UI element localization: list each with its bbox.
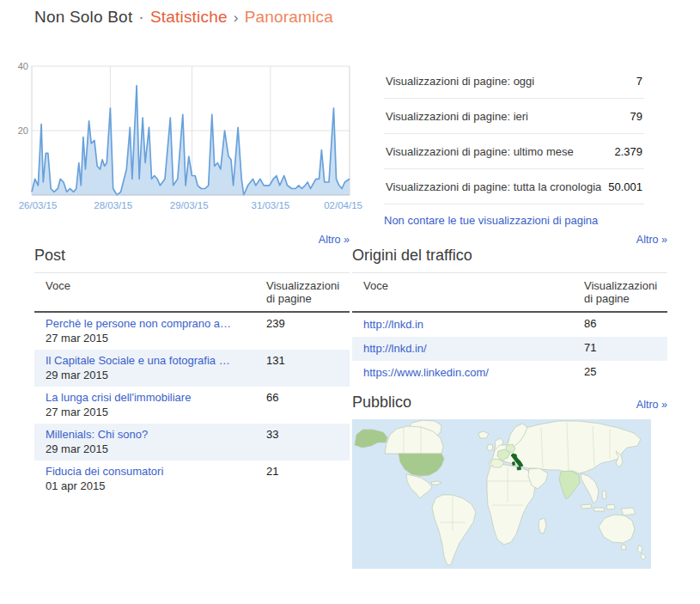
map-sulawesi	[606, 504, 615, 509]
stat-value: 50.001	[608, 180, 642, 193]
posts-col-item: Voce	[46, 279, 266, 305]
traffic-url-link[interactable]: http://lnkd.in/	[363, 342, 584, 355]
x-axis-tick-label: 02/04/15	[324, 200, 362, 210]
map-sardinia	[513, 462, 515, 466]
stat-label: Visualizzazioni di pagine: oggi	[386, 75, 534, 88]
post-title-link[interactable]: Millenials: Chi sono?	[46, 428, 266, 441]
post-views: 239	[266, 317, 344, 345]
posts-section: Altro » Post Voce Visualizzazioni di pag…	[34, 231, 350, 497]
post-date: 01 apr 2015	[46, 479, 266, 492]
post-row: Il Capitale Sociale e una fotografia …29…	[34, 350, 350, 387]
stat-label: Visualizzazioni di pagine: ieri	[386, 110, 528, 123]
breadcrumb-separator: ·	[132, 8, 150, 26]
post-title-link[interactable]: Fiducia dei consumatori	[46, 465, 266, 478]
traffic-views: 71	[584, 341, 661, 356]
x-axis-tick-label: 31/03/15	[251, 200, 289, 210]
map-java-borneo	[593, 508, 605, 511]
map-new-guinea	[621, 508, 636, 516]
post-row: Millenials: Chi sono?29 mar 201533	[34, 424, 350, 461]
posts-more-link[interactable]: Altro »	[319, 234, 350, 246]
y-axis-tick-label: 40	[18, 61, 28, 71]
breadcrumb: Non Solo Bot·Statistiche›Panoramica	[34, 8, 333, 27]
world-map-svg	[352, 419, 651, 569]
post-views: 33	[266, 428, 344, 455]
traffic-views: 25	[584, 365, 661, 380]
post-views: 131	[266, 354, 344, 381]
pageviews-stats-panel: Visualizzazioni di pagine: oggi7Visualiz…	[384, 64, 644, 228]
pageviews-chart-svg: 402026/03/1528/03/1529/03/1531/03/1502/0…	[17, 53, 356, 217]
stat-value: 79	[630, 110, 642, 123]
traffic-section-title: Origini del traffico	[352, 247, 667, 265]
breadcrumb-statistiche-link[interactable]: Statistiche	[150, 8, 228, 26]
traffic-views: 86	[584, 317, 661, 332]
traffic-row: http://lnkd.in86	[352, 313, 667, 337]
stat-row: Visualizzazioni di pagine: tutta la cron…	[384, 169, 644, 204]
stat-label: Visualizzazioni di pagine: tutta la cron…	[386, 180, 601, 193]
post-date: 27 mar 2015	[46, 332, 266, 345]
traffic-url-link[interactable]: https://www.linkedin.com/	[363, 366, 584, 379]
stat-row: Visualizzazioni di pagine: ultimo mese2.…	[384, 134, 644, 169]
world-map-choropleth	[352, 419, 651, 569]
breadcrumb-current-page: Panoramica	[245, 8, 333, 26]
x-axis-tick-label: 29/03/15	[170, 200, 209, 210]
post-row: Fiducia dei consumatori01 apr 201521	[34, 461, 350, 497]
stat-value: 7	[636, 75, 642, 88]
post-title-link[interactable]: Perchè le persone non comprano a…	[46, 317, 266, 330]
traffic-sources-section: Altro » Origini del traffico Voce Visual…	[352, 231, 667, 412]
post-date: 29 mar 2015	[46, 442, 266, 455]
posts-table-header: Voce Visualizzazioni di pagine	[34, 272, 350, 313]
stat-label: Visualizzazioni di pagine: ultimo mese	[386, 145, 574, 158]
post-row: La lunga crisi dell'immobiliare27 mar 20…	[34, 387, 350, 424]
post-title-link[interactable]: La lunga crisi dell'immobiliare	[46, 391, 266, 404]
stat-value: 2.379	[614, 145, 642, 158]
posts-col-views: Visualizzazioni di pagine	[266, 279, 350, 305]
traffic-table-header: Voce Visualizzazioni di pagine	[352, 272, 667, 313]
map-sumatra	[581, 504, 592, 509]
stat-row: Visualizzazioni di pagine: oggi7	[384, 64, 644, 99]
traffic-col-views: Visualizzazioni di pagine	[584, 279, 667, 305]
y-axis-tick-label: 20	[18, 125, 28, 136]
dont-track-own-views-link[interactable]: Non contare le tue visualizzazioni di pa…	[384, 214, 598, 227]
post-views: 66	[266, 391, 344, 418]
traffic-url-link[interactable]: http://lnkd.in	[363, 318, 584, 331]
map-sicily	[517, 467, 521, 471]
traffic-row: http://lnkd.in/71	[352, 337, 667, 361]
x-axis-tick-label: 28/03/15	[94, 200, 132, 210]
post-date: 29 mar 2015	[46, 369, 266, 381]
post-title-link[interactable]: Il Capitale Sociale e una fotografia …	[46, 354, 266, 367]
x-axis-tick-label: 26/03/15	[19, 200, 58, 210]
blog-title: Non Solo Bot	[34, 8, 132, 26]
blogger-stats-overview-page: Non Solo Bot·Statistiche›Panoramica 4020…	[0, 0, 700, 604]
audience-section-title: Pubblico	[352, 394, 667, 412]
pageviews-area-chart[interactable]: 402026/03/1528/03/1529/03/1531/03/1502/0…	[17, 53, 356, 217]
traffic-col-item: Voce	[363, 279, 584, 305]
posts-section-title: Post	[34, 247, 350, 265]
traffic-row: https://www.linkedin.com/25	[352, 361, 667, 385]
chevron-right-icon: ›	[228, 9, 245, 26]
post-row: Perchè le persone non comprano a…27 mar …	[34, 313, 350, 350]
map-tasmania	[621, 545, 626, 550]
traffic-more-link[interactable]: Altro »	[636, 234, 667, 246]
stat-row: Visualizzazioni di pagine: ieri79	[384, 99, 644, 134]
map-philippines	[602, 491, 606, 499]
audience-section: Pubblico	[352, 392, 667, 569]
post-views: 21	[266, 465, 344, 492]
post-date: 27 mar 2015	[46, 406, 266, 418]
